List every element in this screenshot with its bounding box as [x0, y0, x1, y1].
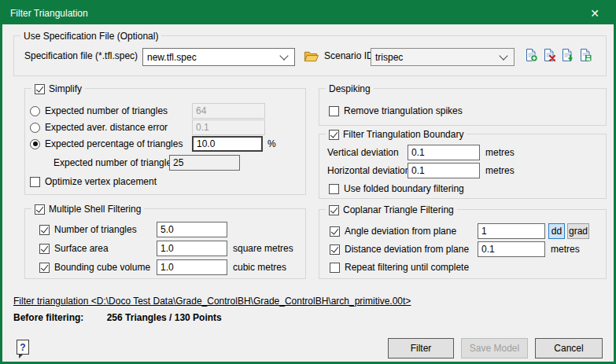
percentage-suffix: %: [267, 138, 276, 149]
despiking-label: Despiking: [329, 83, 371, 94]
surface-area-row: Surface area: [39, 241, 109, 256]
folded-boundary-checkbox[interactable]: [329, 184, 339, 194]
optimize-vertex-row: Optimize vertex placement: [30, 174, 157, 189]
open-folder-icon[interactable]: [304, 50, 319, 64]
horizontal-deviation-input[interactable]: 0.1: [408, 163, 480, 178]
cube-volume-checkbox[interactable]: [39, 263, 50, 273]
scenario-delete-icon[interactable]: [541, 48, 557, 62]
cube-volume-input[interactable]: 1.0: [157, 259, 227, 275]
title-bar: Filter Triangulation: [2, 2, 614, 24]
angle-deviation-label[interactable]: Angle deviation from plane: [345, 226, 456, 237]
vertical-deviation-label: Vertical deviation: [327, 145, 399, 160]
folded-boundary-row: Use folded boundary filtering: [329, 181, 464, 197]
shell-filtering-checkbox[interactable]: [35, 204, 45, 215]
before-filtering-line: Before filtering: 256 Triangles / 130 Po…: [13, 312, 222, 323]
shell-filtering-group-title: Multiple Shell Filtering: [31, 203, 144, 215]
help-button[interactable]: ?: [17, 340, 29, 355]
distance-error-radio[interactable]: [30, 123, 40, 133]
repeat-filtering-label[interactable]: Repeat filtering until complete: [345, 262, 469, 273]
radio-row-distance-error: Expected aver. distance error: [30, 119, 168, 135]
simplify-label[interactable]: Simplify: [49, 83, 82, 94]
before-filtering-label: Before filtering:: [13, 312, 83, 323]
expected-number-input: 64: [192, 103, 265, 119]
optimize-vertex-label[interactable]: Optimize vertex placement: [45, 176, 157, 187]
num-triangles-checkbox[interactable]: [39, 225, 50, 235]
spec-file-value: new.tfl.spec: [143, 52, 281, 63]
chevron-down-icon: [499, 51, 507, 60]
scenario-id-value: trispec: [371, 52, 500, 63]
scenario-new-icon[interactable]: [523, 48, 539, 62]
spec-file-label: Specification file (*.tfl.spec): [24, 48, 138, 64]
simplify-group-title: Simplify: [31, 83, 85, 95]
percentage-input[interactable]: 10.0: [192, 136, 263, 152]
remove-spikes-label[interactable]: Remove triangulation spikes: [344, 105, 463, 116]
expected-count-input[interactable]: 25: [169, 155, 240, 171]
spec-file-combobox[interactable]: new.tfl.spec: [142, 48, 295, 66]
filter-triangulation-dialog: Filter Triangulation ✕ Use Specification…: [0, 0, 616, 364]
scenario-id-combobox[interactable]: trispec: [371, 48, 515, 66]
surface-area-input[interactable]: 1.0: [157, 241, 227, 256]
despiking-group-title: Despiking: [326, 83, 374, 95]
angle-deviation-checkbox[interactable]: [330, 226, 340, 237]
folded-boundary-label[interactable]: Use folded boundary filtering: [344, 183, 464, 194]
surface-area-label[interactable]: Surface area: [54, 243, 109, 254]
coplanar-group: Coplanar Triangle Filtering Angle deviat…: [319, 209, 607, 279]
save-model-button: Save Model: [461, 338, 528, 358]
coplanar-group-title: Coplanar Triangle Filtering: [326, 204, 457, 216]
boundary-group: Filter Triangulation Boundary Vertical d…: [319, 134, 607, 199]
unit-dd-button[interactable]: dd: [548, 223, 565, 239]
expected-number-label[interactable]: Expected number of triangles: [45, 105, 168, 116]
simplify-checkbox[interactable]: [35, 84, 45, 94]
angle-deviation-row: Angle deviation from plane: [330, 223, 456, 239]
cube-volume-label[interactable]: Bounding cube volume: [54, 262, 150, 273]
remove-spikes-checkbox[interactable]: [329, 106, 339, 116]
close-button[interactable]: ✕: [578, 2, 611, 24]
spec-file-group-label: Use Specification File (Optional): [24, 31, 158, 42]
scenario-load-icon[interactable]: [559, 48, 575, 62]
radio-row-percentage: Expected percentage of triangles: [30, 136, 183, 152]
expected-count-label: Expected number of triangles: [53, 155, 176, 171]
percentage-label[interactable]: Expected percentage of triangles: [45, 138, 183, 149]
optimize-vertex-checkbox[interactable]: [30, 177, 40, 187]
vertical-deviation-unit: metres: [485, 147, 515, 158]
repeat-filtering-checkbox[interactable]: [330, 263, 340, 273]
close-icon: ✕: [590, 7, 599, 20]
remove-spikes-row: Remove triangulation spikes: [329, 103, 463, 119]
distance-error-input: 0.1: [192, 119, 265, 135]
scenario-save-icon[interactable]: [577, 48, 593, 62]
simplify-group: Simplify Expected number of triangles 64…: [24, 88, 306, 195]
num-triangles-input[interactable]: 5.0: [157, 222, 227, 237]
coplanar-checkbox[interactable]: [329, 205, 339, 215]
cancel-button[interactable]: Cancel: [535, 338, 603, 358]
filter-button[interactable]: Filter: [388, 338, 454, 358]
distance-deviation-unit: metres: [551, 244, 580, 255]
num-triangles-label[interactable]: Number of triangles: [54, 224, 137, 235]
distance-deviation-row: Distance deviation from plane: [330, 241, 469, 257]
horizontal-deviation-label: Horizontal deviation: [327, 163, 410, 178]
boundary-label[interactable]: Filter Triangulation Boundary: [343, 129, 463, 140]
chevron-down-icon: [279, 51, 288, 60]
coplanar-label[interactable]: Coplanar Triangle Filtering: [343, 204, 454, 215]
unit-grad-button[interactable]: grad: [567, 223, 589, 239]
shell-filtering-group: Multiple Shell Filtering Number of trian…: [24, 208, 306, 279]
command-status-text: Filter triangulation <D:\Doco Test Data\…: [13, 296, 411, 307]
radio-row-expected-number: Expected number of triangles: [30, 103, 168, 119]
percentage-radio[interactable]: [30, 139, 40, 149]
boundary-checkbox[interactable]: [329, 130, 339, 140]
angle-deviation-input[interactable]: 1: [478, 223, 545, 239]
repeat-filtering-row: Repeat filtering until complete: [330, 259, 469, 275]
distance-error-label[interactable]: Expected aver. distance error: [45, 122, 168, 133]
distance-deviation-checkbox[interactable]: [330, 245, 340, 255]
vertical-deviation-input[interactable]: 0.1: [408, 145, 480, 160]
distance-deviation-input[interactable]: 0.1: [478, 241, 545, 257]
help-icon: ?: [20, 342, 25, 353]
spec-file-group-title: Use Specification File (Optional): [20, 30, 161, 42]
distance-deviation-label[interactable]: Distance deviation from plane: [345, 244, 469, 255]
surface-area-checkbox[interactable]: [39, 244, 50, 254]
cube-volume-unit: cubic metres: [233, 262, 286, 273]
horizontal-deviation-unit: metres: [485, 165, 515, 176]
before-filtering-value: 256 Triangles / 130 Points: [107, 312, 222, 323]
num-triangles-row: Number of triangles: [39, 222, 137, 237]
expected-number-radio[interactable]: [30, 106, 40, 116]
shell-filtering-label[interactable]: Multiple Shell Filtering: [49, 204, 141, 215]
